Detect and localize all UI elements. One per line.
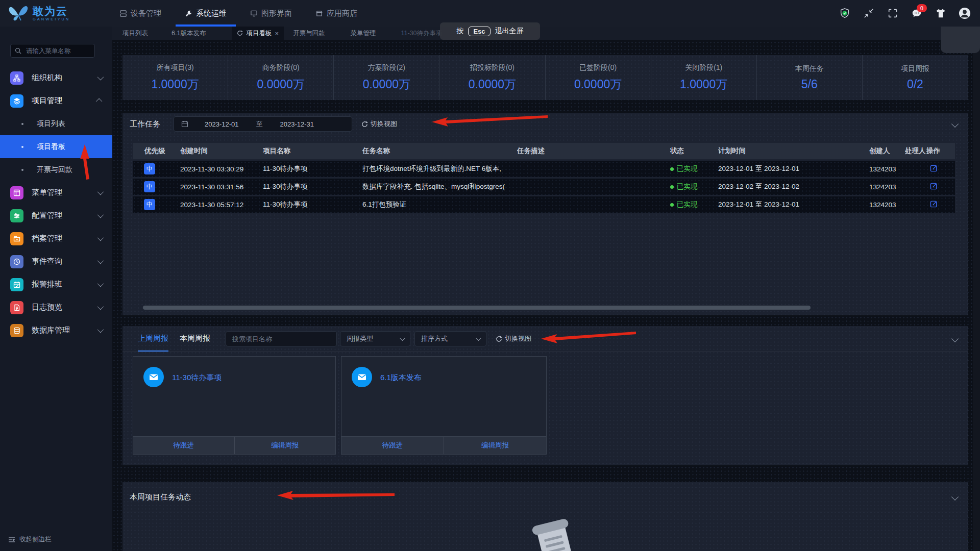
edit-icon[interactable]	[930, 164, 938, 172]
horizontal-scrollbar[interactable]	[143, 306, 811, 310]
chevron-down-icon	[97, 258, 104, 264]
nav-item-app-store[interactable]: 应用商店	[314, 0, 358, 27]
security-shield-icon[interactable]	[839, 7, 851, 19]
nav-item-devices[interactable]: 设备管理	[118, 0, 162, 27]
sidebar-item-label: 项目管理	[32, 96, 62, 106]
cell-task: 打包环境dotnet环境升级到最新的.NET 6版本,	[362, 164, 517, 173]
close-icon[interactable]: ×	[275, 30, 279, 37]
stat-all-projects: 所有项目(3)1.0000万	[122, 55, 228, 100]
sidebar-search[interactable]	[10, 44, 95, 58]
edit-icon[interactable]	[930, 200, 938, 208]
col-header: 项目名称	[263, 146, 362, 156]
cell-creator: 1324203	[869, 183, 905, 191]
page-tab-project-list[interactable]: 项目列表	[122, 27, 148, 40]
edit-report-button[interactable]: 编辑周报	[444, 437, 546, 454]
org-icon	[10, 71, 23, 85]
sidebar-item-menu-management[interactable]: 菜单管理	[0, 181, 112, 204]
search-icon	[15, 47, 21, 54]
report-type-select[interactable]: 周报类型	[340, 331, 410, 346]
sidebar-item-database-management[interactable]: 数据库管理	[0, 319, 112, 342]
sidebar-item-archive-management[interactable]: 档案管理	[0, 227, 112, 250]
date-from: 2023-12-01	[205, 120, 239, 128]
report-search[interactable]	[226, 331, 337, 346]
page-tab-menu[interactable]: 菜单管理	[350, 27, 376, 40]
sidebar-search-input[interactable]	[25, 47, 88, 55]
collapse-section-icon[interactable]	[951, 335, 959, 342]
alarm-icon	[10, 278, 23, 291]
sort-order-select[interactable]: 排序方式	[414, 331, 486, 346]
sidebar-item-config-management[interactable]: 配置管理	[0, 204, 112, 227]
stat-value: 1.0000万	[680, 77, 727, 92]
sidebar-item-label: 事件查询	[32, 257, 62, 266]
stat-value: 0.0000万	[574, 77, 622, 92]
mail-icon	[143, 367, 164, 387]
tooltip-suffix: 退出全屏	[495, 27, 524, 36]
tasks-table: 优先级 创建时间 项目名称 任务名称 任务描述 状态 计划时间 创建人 处理人 …	[133, 143, 955, 213]
date-separator: 至	[256, 119, 263, 129]
theme-shirt-icon[interactable]	[935, 7, 947, 19]
sidebar-item-event-query[interactable]: 事件查询	[0, 250, 112, 273]
notification-badge: 0	[917, 4, 927, 12]
date-range-picker[interactable]: 2023-12-01 至 2023-12-31	[174, 116, 352, 132]
vertical-scrollbar-track[interactable]	[973, 27, 980, 551]
follow-up-button[interactable]: 待跟进	[133, 437, 235, 454]
archive-icon	[10, 232, 23, 245]
collapse-section-icon[interactable]	[951, 120, 959, 128]
col-header: 计划时间	[718, 146, 869, 156]
sidebar-item-log-preview[interactable]: 日志预览	[0, 296, 112, 319]
switch-view-button[interactable]: 切换视图	[496, 334, 531, 343]
collapse-section-icon[interactable]	[951, 493, 959, 500]
layers-icon	[10, 94, 23, 108]
sidebar-item-org[interactable]: 组织机构	[0, 66, 112, 89]
sidebar-item-label: 数据库管理	[32, 325, 70, 335]
bullet-dot	[21, 123, 23, 125]
report-card-title[interactable]: 11-30待办事项	[172, 373, 222, 383]
stat-value: 0.0000万	[257, 77, 305, 92]
cell-project: 11-30待办事项	[263, 182, 362, 191]
page-tab-todo[interactable]: 11-30待办事项	[401, 27, 442, 40]
sidebar-subitem-invoice[interactable]: 开票与回款	[0, 158, 112, 181]
page-tab-project-board[interactable]: 项目看板 ×	[232, 27, 284, 40]
cell-task: 数据库字段补充. 包括sqlite、mysql和postgres(	[362, 182, 517, 191]
edit-icon[interactable]	[930, 182, 938, 190]
table-row: 中 2023-11-30 03:30:29 11-30待办事项 打包环境dotn…	[133, 161, 955, 177]
collapse-sidebar-button[interactable]: 收起侧边栏	[8, 535, 52, 544]
edit-report-button[interactable]: 编辑周报	[235, 437, 336, 454]
app-window: 敢为云 GANWEIYUN 设备管理 系统运维 图形界面 应用商店	[0, 0, 980, 551]
sidebar-subitem-project-board[interactable]: 项目看板	[0, 135, 112, 158]
priority-badge: 中	[144, 199, 155, 210]
bullet-dot	[21, 169, 23, 171]
stat-value: 0.0000万	[363, 77, 410, 92]
screenshot-frame-icon[interactable]	[887, 7, 899, 19]
monitor-icon	[250, 10, 258, 17]
cell-created: 2023-11-30 05:57:12	[180, 201, 263, 209]
sidebar-item-project-management[interactable]: 项目管理	[0, 89, 112, 112]
nav-item-system-ops[interactable]: 系统运维	[184, 0, 228, 27]
stat-label: 方案阶段(2)	[368, 63, 405, 72]
page-tab-release[interactable]: 6.1版本发布	[172, 27, 206, 40]
tab-last-week-report[interactable]: 上周周报	[138, 326, 168, 352]
page-tabbar: 项目列表 6.1版本发布 项目看板 × 开票与回款 菜单管理 11-30待办事项	[112, 27, 980, 40]
nav-item-graphics[interactable]: 图形界面	[249, 0, 293, 27]
app-logo[interactable]: 敢为云 GANWEIYUN	[7, 2, 70, 24]
switch-view-button[interactable]: 切换视图	[361, 119, 397, 129]
user-avatar[interactable]	[959, 7, 971, 19]
page-tab-label: 项目看板	[246, 29, 272, 38]
messages-icon[interactable]: 0	[911, 7, 923, 19]
sidebar-item-alarm-schedule[interactable]: 报警排班	[0, 273, 112, 296]
report-card-title[interactable]: 6.1版本发布	[380, 373, 422, 383]
fullscreen-tooltip: 按 Esc 退出全屏	[440, 22, 540, 40]
page-tab-invoice[interactable]: 开票与回款	[293, 27, 325, 40]
cell-plan: 2023-12-02 至 2023-12-02	[718, 182, 869, 191]
table-row: 中 2023-11-30 05:57:12 11-30待办事项 6.1打包预验证…	[133, 196, 955, 213]
nav-item-label: 图形界面	[261, 9, 292, 18]
report-search-input[interactable]	[231, 335, 330, 343]
sidebar-subitem-project-list[interactable]: 项目列表	[0, 112, 112, 135]
work-tasks-panel: 工作任务 2023-12-01 至 2023-12-31 切换视图 优先级 创建…	[122, 113, 968, 315]
tab-this-week-report[interactable]: 本周周报	[180, 326, 210, 352]
stat-bidding-stage: 招投标阶段(0)0.0000万	[439, 55, 545, 100]
status-dot	[670, 203, 674, 207]
follow-up-button[interactable]: 待跟进	[341, 437, 444, 454]
exit-fullscreen-icon[interactable]	[863, 7, 875, 19]
bullet-dot	[21, 146, 23, 148]
